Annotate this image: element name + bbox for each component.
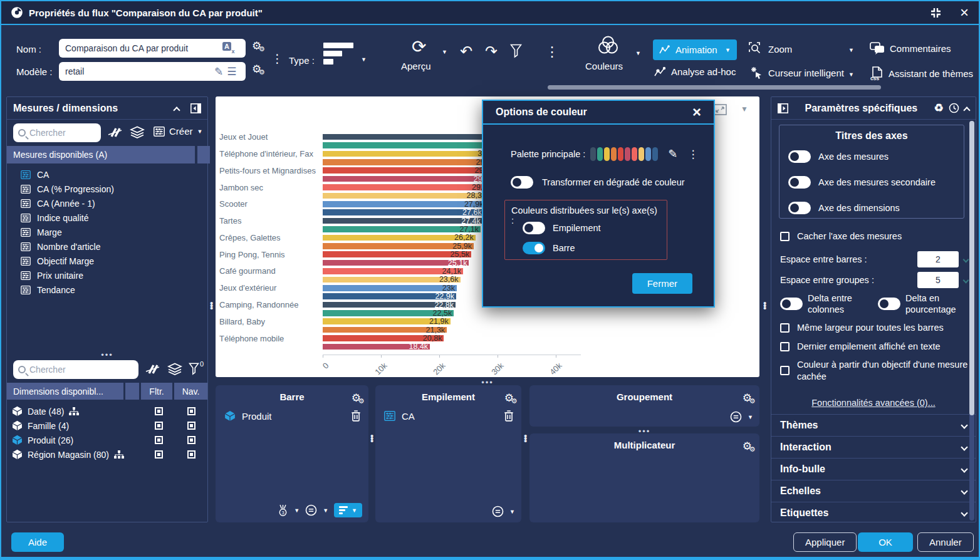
left-splitter-handle[interactable]: ••• xyxy=(210,302,213,309)
animation-button[interactable]: Animation ▼ xyxy=(653,39,737,60)
measure-item[interactable]: Tendance xyxy=(7,283,207,297)
right-splitter-handle[interactable]: ••• xyxy=(763,302,766,309)
bins-splitter-1[interactable]: ••• xyxy=(370,435,373,442)
delta-percent-toggle[interactable] xyxy=(878,298,900,310)
bar[interactable]: 23,6k xyxy=(323,277,461,283)
objective-color-checkbox[interactable] xyxy=(780,366,790,375)
bar[interactable]: 25,5k xyxy=(323,251,471,257)
dimensions-list-header[interactable]: Dimensions disponibl... xyxy=(7,383,123,400)
ok-button[interactable]: OK xyxy=(858,532,913,552)
panel-splitter-handle[interactable]: ••• xyxy=(7,350,207,360)
filter-icon[interactable] xyxy=(510,44,522,58)
palette-menu-dots-icon[interactable]: ⋮ xyxy=(687,148,698,161)
palette-swatch[interactable] xyxy=(590,147,596,161)
measure-item[interactable]: Objectif Marge xyxy=(7,254,207,268)
bar[interactable]: 27,4k xyxy=(323,218,482,224)
bar[interactable]: 18,4k xyxy=(323,344,430,350)
model-settings-gears-icon[interactable]: ⚙⚙ xyxy=(252,63,261,76)
hide-empty-icon[interactable] xyxy=(145,364,160,375)
advanced-features-link[interactable]: Fonctionnalités avancées (0)... xyxy=(811,398,935,408)
aggregate-caret-icon[interactable]: ▼ xyxy=(323,507,328,514)
cancel-button[interactable]: Annuler xyxy=(917,532,974,552)
bar[interactable]: 21,9k xyxy=(323,318,451,324)
bar[interactable]: 29,9k xyxy=(323,159,497,165)
dimensions-header-nav[interactable]: Nav. xyxy=(174,383,207,400)
edit-model-icon[interactable]: ✎ xyxy=(214,65,223,78)
bar[interactable]: 22,5k xyxy=(323,310,454,316)
accordion-section[interactable]: Etiquettes xyxy=(771,502,976,524)
secondary-axis-toggle[interactable] xyxy=(788,176,811,189)
measure-item[interactable]: CA (Année - 1) xyxy=(7,196,207,210)
delta-columns-toggle[interactable] xyxy=(780,298,803,310)
stack-bin-gears-icon[interactable]: ⚙⚙ xyxy=(504,391,514,405)
bar[interactable]: 23k xyxy=(323,285,457,291)
accordion-section[interactable]: Thèmes xyxy=(771,414,976,436)
aggregate-caret-icon[interactable]: ▼ xyxy=(748,414,753,420)
colors-venn-icon[interactable] xyxy=(597,35,620,55)
palette-swatch[interactable] xyxy=(597,147,603,161)
nav-checkbox[interactable] xyxy=(187,436,195,444)
dimensions-header-filter[interactable]: Fltr. xyxy=(141,383,172,400)
same-width-checkbox[interactable] xyxy=(780,323,790,333)
name-settings-gears-icon[interactable]: ⚙⚙ xyxy=(252,39,261,53)
bar[interactable]: 26,2k xyxy=(323,235,476,241)
accordion-section[interactable]: Interaction xyxy=(771,436,976,458)
hide-empty-icon[interactable] xyxy=(107,127,123,138)
measures-list-header[interactable]: Mesures disponibles (A) xyxy=(7,146,195,163)
layers-icon[interactable] xyxy=(130,126,145,138)
bar[interactable]: 28,3k xyxy=(323,193,487,199)
top-n-caret-icon[interactable]: ▼ xyxy=(294,507,300,514)
dimension-row[interactable]: Famille (4) xyxy=(7,418,207,433)
zoom-caret-icon[interactable]: ▼ xyxy=(848,47,854,53)
filter-checkbox[interactable] xyxy=(155,436,163,444)
colors-caret-icon[interactable]: ▼ xyxy=(635,50,641,56)
accordion-section[interactable]: Info-bulle xyxy=(771,458,976,480)
group-spacing-input[interactable]: 5 xyxy=(917,272,959,288)
accordion-section[interactable]: Echelles xyxy=(771,480,976,502)
adhoc-analysis-button[interactable]: Analyse ad-hoc xyxy=(654,66,736,77)
measure-item[interactable]: CA xyxy=(7,167,207,182)
bar[interactable]: 30,2k xyxy=(323,151,499,157)
preview-caret-icon[interactable]: ▼ xyxy=(442,49,447,55)
settings-scrollbar-track[interactable] xyxy=(969,121,974,521)
palette-swatch[interactable] xyxy=(645,147,651,161)
fields-overflow-dots-icon[interactable]: ⋮ xyxy=(271,51,283,66)
bar[interactable]: 22,9k xyxy=(323,293,456,299)
dimension-row[interactable]: Date (48) xyxy=(7,404,207,418)
palette-swatch[interactable] xyxy=(618,147,623,161)
multiplier-bin-gears-icon[interactable]: ⚙⚙ xyxy=(743,440,752,453)
translate-icon[interactable]: Ax xyxy=(222,41,236,54)
bins-splitter-2[interactable]: ••• xyxy=(524,435,527,442)
aggregate-icon[interactable] xyxy=(305,504,317,516)
help-button[interactable]: Aide xyxy=(11,532,64,552)
hide-measures-axis-checkbox[interactable] xyxy=(780,232,790,241)
top-n-medal-icon[interactable]: 3 xyxy=(278,504,288,517)
toolbar-horizontal-scrollbar[interactable] xyxy=(548,85,881,90)
bar-bin-item[interactable]: Produit xyxy=(224,410,361,422)
measure-item[interactable]: Marge xyxy=(7,225,207,239)
dimension-row[interactable]: Produit (26) xyxy=(7,433,207,447)
dimensions-axis-toggle[interactable] xyxy=(788,202,811,214)
layers-icon[interactable] xyxy=(167,363,182,375)
close-window-icon[interactable]: × xyxy=(960,5,969,20)
apply-button[interactable]: Appliquer xyxy=(793,532,857,552)
measures-search-input[interactable] xyxy=(29,128,96,138)
palette-swatch[interactable] xyxy=(652,147,658,161)
measure-item[interactable]: CA (% Progression) xyxy=(7,182,207,196)
sort-button[interactable]: ▼ xyxy=(334,503,362,517)
dimension-filter-icon[interactable] xyxy=(189,363,199,375)
stack-colors-toggle[interactable] xyxy=(523,222,545,234)
theme-assistant-button[interactable]: css Assistant de thèmes xyxy=(870,66,973,81)
palette-swatch[interactable] xyxy=(632,147,637,161)
palette-swatches[interactable] xyxy=(590,147,659,161)
nav-checkbox[interactable] xyxy=(187,407,195,415)
palette-swatch[interactable] xyxy=(639,147,644,161)
bar[interactable]: 27,1k xyxy=(323,226,481,232)
trash-icon[interactable] xyxy=(504,410,514,422)
stack-bin-item[interactable]: CA xyxy=(384,410,514,422)
bar-bin-gears-icon[interactable]: ⚙⚙ xyxy=(352,391,361,405)
expand-sidebar-icon[interactable] xyxy=(778,103,788,113)
redo-icon[interactable]: ↷ xyxy=(485,43,498,60)
smart-cursor-button[interactable]: Curseur intelligent xyxy=(749,66,844,80)
model-list-icon[interactable]: ☰ xyxy=(227,65,236,78)
